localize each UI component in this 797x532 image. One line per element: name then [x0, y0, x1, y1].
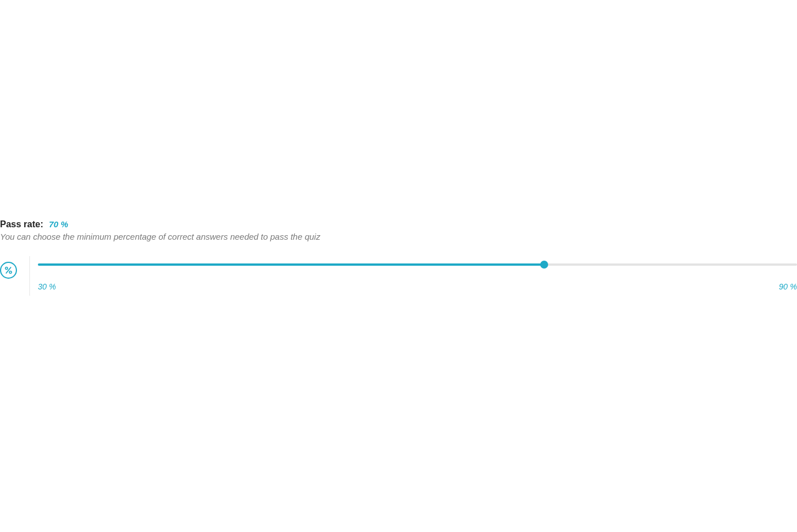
slider-labels: 30 % 90 % [38, 282, 797, 291]
icon-cell [0, 261, 18, 279]
svg-line-2 [6, 267, 11, 273]
pass-rate-label: Pass rate: [0, 219, 44, 230]
svg-point-0 [6, 267, 8, 270]
svg-point-1 [10, 271, 12, 274]
vertical-divider [29, 256, 30, 296]
slider-min-label: 30 % [38, 282, 56, 291]
percent-icon [0, 262, 17, 279]
slider-thumb[interactable] [540, 261, 548, 269]
slider-max-label: 90 % [779, 282, 797, 291]
pass-rate-slider[interactable] [38, 261, 797, 269]
pass-rate-value: 70 % [49, 219, 68, 229]
pass-rate-header: Pass rate: 70 % [0, 219, 797, 230]
pass-rate-section: Pass rate: 70 % You can choose the minim… [0, 219, 797, 291]
slider-track-fill [38, 263, 544, 266]
slider-area: 30 % 90 % [38, 261, 797, 291]
pass-rate-description: You can choose the minimum percentage of… [0, 232, 797, 241]
slider-row: 30 % 90 % [0, 261, 797, 291]
